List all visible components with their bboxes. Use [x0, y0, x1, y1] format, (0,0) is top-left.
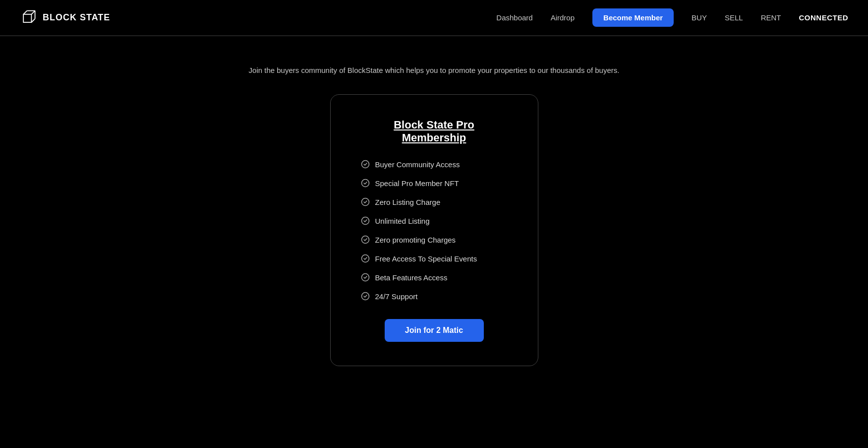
- check-icon-1: [360, 178, 370, 188]
- check-icon-0: [360, 159, 370, 169]
- navbar: BLOCK STATE Dashboard Airdrop Become Mem…: [0, 0, 868, 36]
- svg-point-8: [361, 198, 369, 206]
- nav-item-buy[interactable]: BUY: [692, 13, 707, 22]
- logo-text: BLOCK STATE: [43, 12, 110, 23]
- check-icon-4: [360, 235, 370, 245]
- feature-item-3: Unlimited Listing: [360, 216, 508, 226]
- nav-item-connected[interactable]: CONNECTED: [799, 13, 848, 22]
- feature-label-4: Zero promoting Charges: [375, 236, 456, 244]
- svg-line-5: [31, 18, 35, 22]
- nav-item-sell[interactable]: SELL: [725, 13, 743, 22]
- feature-item-6: Beta Features Access: [360, 272, 508, 282]
- card-title: Block State Pro Membership: [360, 119, 508, 144]
- svg-point-9: [361, 217, 369, 225]
- nav-item-airdrop[interactable]: Airdrop: [551, 13, 575, 22]
- nav-item-rent[interactable]: RENT: [761, 13, 781, 22]
- feature-label-3: Unlimited Listing: [375, 217, 430, 225]
- logo-area: BLOCK STATE: [20, 9, 110, 27]
- nav-link-connected[interactable]: CONNECTED: [799, 13, 848, 22]
- feature-item-4: Zero promoting Charges: [360, 235, 508, 245]
- check-icon-7: [360, 291, 370, 301]
- feature-label-1: Special Pro Member NFT: [375, 179, 459, 188]
- feature-item-1: Special Pro Member NFT: [360, 178, 508, 188]
- feature-label-0: Buyer Community Access: [375, 160, 460, 169]
- feature-item-2: Zero Listing Charge: [360, 197, 508, 207]
- svg-point-7: [361, 180, 369, 187]
- nav-link-become-member[interactable]: Become Member: [592, 8, 674, 27]
- check-icon-6: [360, 272, 370, 282]
- nav-link-buy[interactable]: BUY: [692, 13, 707, 22]
- feature-item-7: 24/7 Support: [360, 291, 508, 301]
- feature-label-7: 24/7 Support: [375, 292, 418, 301]
- page-subtitle: Join the buyers community of BlockState …: [249, 66, 620, 74]
- nav-link-dashboard[interactable]: Dashboard: [496, 13, 532, 22]
- features-list: Buyer Community Access Special Pro Membe…: [360, 159, 508, 301]
- svg-point-6: [361, 161, 369, 168]
- blockstate-logo-icon: [20, 9, 38, 27]
- svg-point-12: [361, 274, 369, 281]
- svg-point-10: [361, 236, 369, 244]
- nav-item-dashboard[interactable]: Dashboard: [496, 13, 532, 22]
- svg-rect-0: [23, 14, 31, 22]
- nav-link-airdrop[interactable]: Airdrop: [551, 13, 575, 22]
- nav-link-sell[interactable]: SELL: [725, 13, 743, 22]
- nav-link-rent[interactable]: RENT: [761, 13, 781, 22]
- check-icon-2: [360, 197, 370, 207]
- svg-line-2: [31, 10, 35, 14]
- membership-card: Block State Pro Membership Buyer Communi…: [330, 94, 538, 366]
- check-icon-5: [360, 254, 370, 263]
- join-button[interactable]: Join for 2 Matic: [385, 319, 484, 342]
- nav-item-become-member[interactable]: Become Member: [592, 13, 674, 22]
- feature-item-0: Buyer Community Access: [360, 159, 508, 169]
- svg-point-13: [361, 293, 369, 300]
- svg-point-11: [361, 255, 369, 262]
- check-icon-3: [360, 216, 370, 226]
- nav-links: Dashboard Airdrop Become Member BUY SELL…: [496, 13, 848, 22]
- feature-item-5: Free Access To Special Events: [360, 254, 508, 263]
- main-content: Join the buyers community of BlockState …: [0, 36, 868, 396]
- svg-line-1: [23, 10, 27, 14]
- feature-label-6: Beta Features Access: [375, 273, 448, 282]
- feature-label-5: Free Access To Special Events: [375, 255, 477, 263]
- feature-label-2: Zero Listing Charge: [375, 198, 441, 206]
